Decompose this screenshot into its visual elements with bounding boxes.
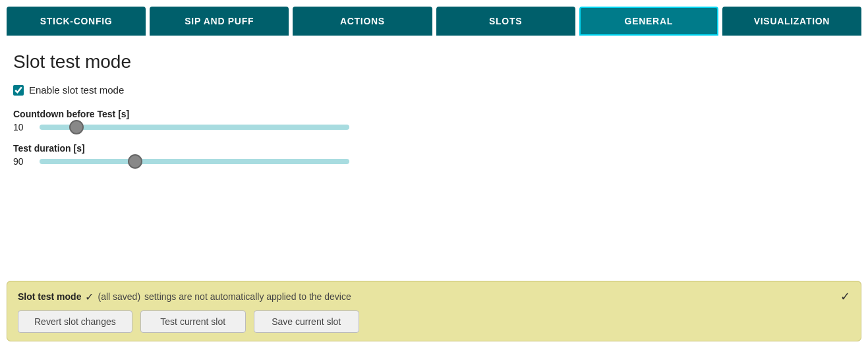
footer-warning-text: settings are not automatically applied t… xyxy=(144,291,351,302)
check-icon: ✓ xyxy=(85,291,94,303)
duration-value: 90 xyxy=(13,156,32,167)
footer-section-name: Slot test mode xyxy=(18,291,81,302)
page-title: Slot test mode xyxy=(13,51,855,72)
countdown-value: 10 xyxy=(13,122,32,132)
tab-general[interactable]: GENERAL xyxy=(579,7,718,36)
duration-slider-row: 90 xyxy=(13,156,855,167)
footer-top: Slot test mode ✓ (all saved) settings ar… xyxy=(18,289,850,304)
countdown-group: Countdown before Test [s] 10 xyxy=(13,109,855,132)
duration-label: Test duration [s] xyxy=(13,143,855,154)
footer-saved-text: (all saved) xyxy=(98,291,140,302)
footer-chevron-icon[interactable]: ✓ xyxy=(840,289,850,304)
tab-slots[interactable]: SLOTS xyxy=(436,7,575,36)
duration-group: Test duration [s] 90 xyxy=(13,143,855,167)
revert-slot-changes-button[interactable]: Revert slot changes xyxy=(18,310,132,333)
countdown-slider-row: 10 xyxy=(13,122,855,132)
tab-stick-config[interactable]: STICK-CONFIG xyxy=(7,7,146,36)
duration-slider[interactable] xyxy=(40,159,349,164)
enable-slot-test-row: Enable slot test mode xyxy=(13,84,855,96)
test-current-slot-button[interactable]: Test current slot xyxy=(140,310,246,333)
enable-slot-test-label: Enable slot test mode xyxy=(29,84,124,96)
countdown-label: Countdown before Test [s] xyxy=(13,109,855,119)
save-current-slot-button[interactable]: Save current slot xyxy=(254,310,359,333)
tab-actions[interactable]: ACTIONS xyxy=(293,7,432,36)
footer-bar: Slot test mode ✓ (all saved) settings ar… xyxy=(7,281,861,341)
enable-slot-test-checkbox[interactable] xyxy=(13,85,24,96)
nav-tabs: STICK-CONFIG SIP AND PUFF ACTIONS SLOTS … xyxy=(0,0,868,36)
main-content: Slot test mode Enable slot test mode Cou… xyxy=(0,36,868,184)
tab-sip-and-puff[interactable]: SIP AND PUFF xyxy=(150,7,289,36)
footer-buttons: Revert slot changes Test current slot Sa… xyxy=(18,310,850,333)
countdown-slider[interactable] xyxy=(40,125,349,130)
tab-visualization[interactable]: VISUALIZATION xyxy=(722,7,861,36)
footer-status: Slot test mode ✓ (all saved) settings ar… xyxy=(18,291,351,303)
